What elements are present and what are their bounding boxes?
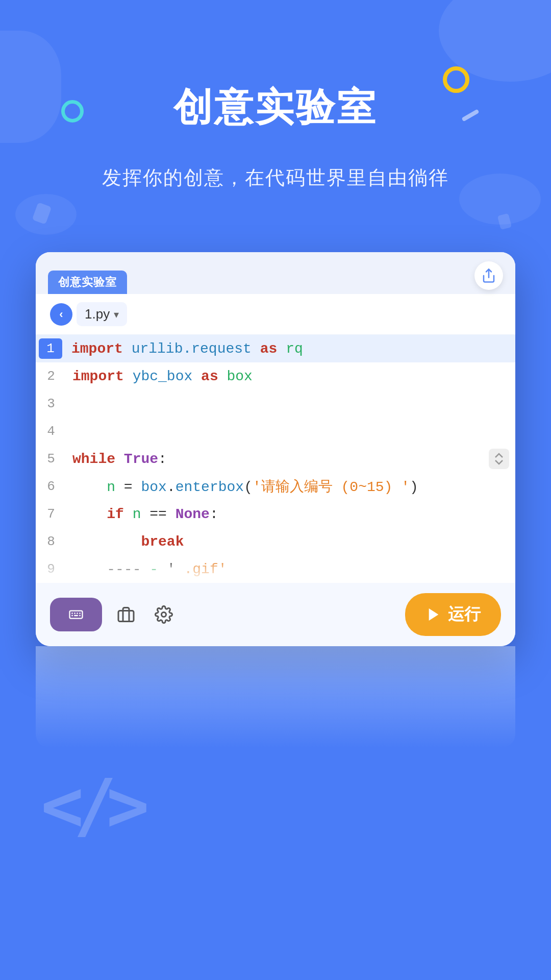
svg-rect-5 xyxy=(79,612,81,614)
back-button[interactable]: ‹ xyxy=(50,303,72,326)
svg-rect-9 xyxy=(118,611,134,622)
code-line-1: 1 import urllib.request as rq xyxy=(36,335,515,362)
line-number-5: 5 xyxy=(36,451,66,467)
file-selector[interactable]: 1.py ▾ xyxy=(77,302,127,326)
run-icon xyxy=(425,606,442,623)
svg-marker-11 xyxy=(429,608,439,621)
main-content: 创意实验室 发挥你的创意，在代码世界里自由徜徉 创意实验室 ‹ 1.py ▾ xyxy=(0,0,551,748)
svg-rect-4 xyxy=(77,612,78,614)
line-number-4: 4 xyxy=(36,424,66,439)
subtitle: 发挥你的创意，在代码世界里自由徜徉 xyxy=(102,165,449,191)
code-line-2: 2 import ybc_box as box xyxy=(36,362,515,390)
briefcase-button[interactable] xyxy=(112,601,140,628)
back-icon: ‹ xyxy=(59,308,63,321)
card-reflection xyxy=(36,646,515,748)
code-line-8: 8 break xyxy=(36,528,515,555)
left-tools xyxy=(50,598,178,631)
line-number-1: 1 xyxy=(39,338,62,359)
line-content-8: break xyxy=(66,534,515,550)
file-name: 1.py xyxy=(85,306,110,322)
share-button[interactable] xyxy=(474,261,503,290)
run-label: 运行 xyxy=(448,603,481,626)
svg-rect-6 xyxy=(71,615,73,617)
bottom-toolbar: 运行 xyxy=(36,583,515,646)
deco-code-brackets: </> xyxy=(41,764,139,847)
scrollbar-handle[interactable] xyxy=(489,449,509,469)
tab-label[interactable]: 创意实验室 xyxy=(48,271,127,294)
code-editor-area[interactable]: 1 import urllib.request as rq 2 import y… xyxy=(36,335,515,583)
svg-rect-7 xyxy=(74,615,78,617)
code-line-9: 9 ---- - ' .gif' xyxy=(36,555,515,583)
code-line-7: 7 if n == None: xyxy=(36,500,515,528)
line-content-5: while True: xyxy=(66,451,515,467)
editor-card: 创意实验室 ‹ 1.py ▾ 1 xyxy=(36,252,515,646)
svg-point-10 xyxy=(162,612,166,617)
line-content-2: import ybc_box as box xyxy=(66,369,515,384)
code-line-3: 3 xyxy=(36,390,515,418)
code-line-6: 6 n = box.enterbox('请输入编号 (0~15) ') xyxy=(36,473,515,500)
settings-button[interactable] xyxy=(150,601,178,628)
briefcase-icon xyxy=(117,605,135,624)
keyboard-button[interactable] xyxy=(50,598,102,631)
code-line-4: 4 xyxy=(36,418,515,445)
settings-icon xyxy=(155,605,173,624)
svg-rect-1 xyxy=(70,611,83,619)
share-icon xyxy=(481,268,496,283)
page-title: 创意实验室 xyxy=(173,82,378,134)
reflection-inner xyxy=(36,646,515,748)
card-topbar: 创意实验室 xyxy=(36,252,515,294)
line-content-6: n = box.enterbox('请输入编号 (0~15) ') xyxy=(66,477,515,496)
svg-rect-8 xyxy=(79,615,81,617)
line-number-2: 2 xyxy=(36,369,66,384)
line-number-9: 9 xyxy=(36,561,66,577)
line-content-1: import urllib.request as rq xyxy=(65,341,515,357)
scrollbar-arrows-icon xyxy=(493,453,505,465)
line-number-8: 8 xyxy=(36,534,66,549)
line-number-7: 7 xyxy=(36,506,66,522)
file-row: ‹ 1.py ▾ xyxy=(36,294,515,335)
chevron-down-icon: ▾ xyxy=(114,308,119,321)
line-number-6: 6 xyxy=(36,479,66,494)
code-line-5: 5 while True: xyxy=(36,445,515,473)
svg-rect-3 xyxy=(74,612,76,614)
run-button[interactable]: 运行 xyxy=(405,593,501,636)
line-number-3: 3 xyxy=(36,396,66,411)
svg-rect-2 xyxy=(71,612,73,614)
line-content-9: ---- - ' .gif' xyxy=(66,561,515,577)
keyboard-icon xyxy=(66,607,86,622)
line-content-7: if n == None: xyxy=(66,506,515,522)
